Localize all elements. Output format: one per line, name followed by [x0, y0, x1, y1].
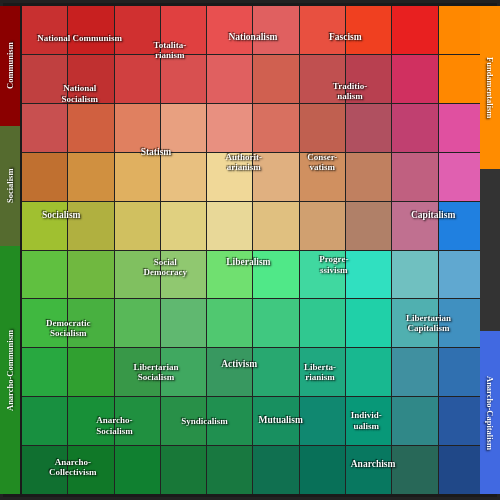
- cell-r8c4: [207, 397, 252, 445]
- cell-r5c4: [207, 251, 252, 299]
- political-grid: [22, 6, 484, 494]
- cell-r0c8: [392, 6, 437, 54]
- cell-r5c0: [22, 251, 67, 299]
- cell-r7c4: [207, 348, 252, 396]
- cell-r6c0: [22, 299, 67, 347]
- cell-r4c7: [346, 202, 391, 250]
- cell-r1c9: [439, 55, 484, 103]
- cell-r5c5: [253, 251, 298, 299]
- cell-r8c0: [22, 397, 67, 445]
- cell-r9c9: [439, 446, 484, 494]
- cell-r9c1: [68, 446, 113, 494]
- cell-r7c9: [439, 348, 484, 396]
- cell-r1c3: [161, 55, 206, 103]
- cell-r6c8: [392, 299, 437, 347]
- cell-r7c6: [300, 348, 345, 396]
- cell-r6c2: [115, 299, 160, 347]
- cell-r5c2: [115, 251, 160, 299]
- cell-r4c9: [439, 202, 484, 250]
- cell-r8c3: [161, 397, 206, 445]
- cell-r2c6: [300, 104, 345, 152]
- cell-r1c2: [115, 55, 160, 103]
- cell-r1c8: [392, 55, 437, 103]
- cell-r8c9: [439, 397, 484, 445]
- cell-r3c5: [253, 153, 298, 201]
- cell-r4c0: [22, 202, 67, 250]
- cell-r2c8: [392, 104, 437, 152]
- cell-r3c9: [439, 153, 484, 201]
- cell-r1c5: [253, 55, 298, 103]
- cell-r4c6: [300, 202, 345, 250]
- cell-r6c4: [207, 299, 252, 347]
- cell-r7c8: [392, 348, 437, 396]
- cell-r6c1: [68, 299, 113, 347]
- cell-r9c6: [300, 446, 345, 494]
- cell-r7c2: [115, 348, 160, 396]
- left-label-anarcho-communism: Anarcho-Communism: [0, 246, 20, 494]
- cell-r2c2: [115, 104, 160, 152]
- cell-r2c7: [346, 104, 391, 152]
- cell-r7c0: [22, 348, 67, 396]
- cell-r7c5: [253, 348, 298, 396]
- cell-r8c6: [300, 397, 345, 445]
- cell-r2c0: [22, 104, 67, 152]
- cell-r3c2: [115, 153, 160, 201]
- right-label-spacer: [480, 169, 500, 332]
- cell-r4c8: [392, 202, 437, 250]
- cell-r6c7: [346, 299, 391, 347]
- cell-r4c3: [161, 202, 206, 250]
- cell-r1c1: [68, 55, 113, 103]
- cell-r7c7: [346, 348, 391, 396]
- cell-r0c3: [161, 6, 206, 54]
- right-label-fundamentalism: Fundamentalism: [480, 6, 500, 169]
- cell-r8c2: [115, 397, 160, 445]
- cell-r6c3: [161, 299, 206, 347]
- cell-r8c7: [346, 397, 391, 445]
- cell-r8c1: [68, 397, 113, 445]
- cell-r6c9: [439, 299, 484, 347]
- cell-r1c0: [22, 55, 67, 103]
- cell-r2c1: [68, 104, 113, 152]
- cell-r9c8: [392, 446, 437, 494]
- cell-r7c3: [161, 348, 206, 396]
- cell-r3c0: [22, 153, 67, 201]
- cell-r3c1: [68, 153, 113, 201]
- cell-r3c4: [207, 153, 252, 201]
- cell-r0c4: [207, 6, 252, 54]
- cell-r0c5: [253, 6, 298, 54]
- cell-r9c3: [161, 446, 206, 494]
- right-label-anarcho-capitalism: Anarcho-Capitalism: [480, 331, 500, 494]
- cell-r6c5: [253, 299, 298, 347]
- cell-r0c1: [68, 6, 113, 54]
- cell-r2c4: [207, 104, 252, 152]
- cell-r6c6: [300, 299, 345, 347]
- cell-r0c9: [439, 6, 484, 54]
- cell-r5c3: [161, 251, 206, 299]
- political-compass-chart: Communism Socialism Anarcho-Communism Fu…: [0, 0, 500, 500]
- cell-r4c4: [207, 202, 252, 250]
- cell-r4c1: [68, 202, 113, 250]
- cell-r4c5: [253, 202, 298, 250]
- cell-r1c6: [300, 55, 345, 103]
- cell-r5c9: [439, 251, 484, 299]
- cell-r9c0: [22, 446, 67, 494]
- cell-r2c3: [161, 104, 206, 152]
- cell-r0c7: [346, 6, 391, 54]
- cell-r9c7: [346, 446, 391, 494]
- cell-r5c7: [346, 251, 391, 299]
- cell-r5c1: [68, 251, 113, 299]
- cell-r8c5: [253, 397, 298, 445]
- cell-r2c9: [439, 104, 484, 152]
- cell-r9c2: [115, 446, 160, 494]
- cell-r9c4: [207, 446, 252, 494]
- cell-r8c8: [392, 397, 437, 445]
- cell-r7c1: [68, 348, 113, 396]
- cell-r3c7: [346, 153, 391, 201]
- cell-r3c6: [300, 153, 345, 201]
- cell-r1c4: [207, 55, 252, 103]
- cell-r3c3: [161, 153, 206, 201]
- cell-r5c8: [392, 251, 437, 299]
- cell-r1c7: [346, 55, 391, 103]
- left-label-socialism: Socialism: [0, 126, 20, 246]
- cell-r2c5: [253, 104, 298, 152]
